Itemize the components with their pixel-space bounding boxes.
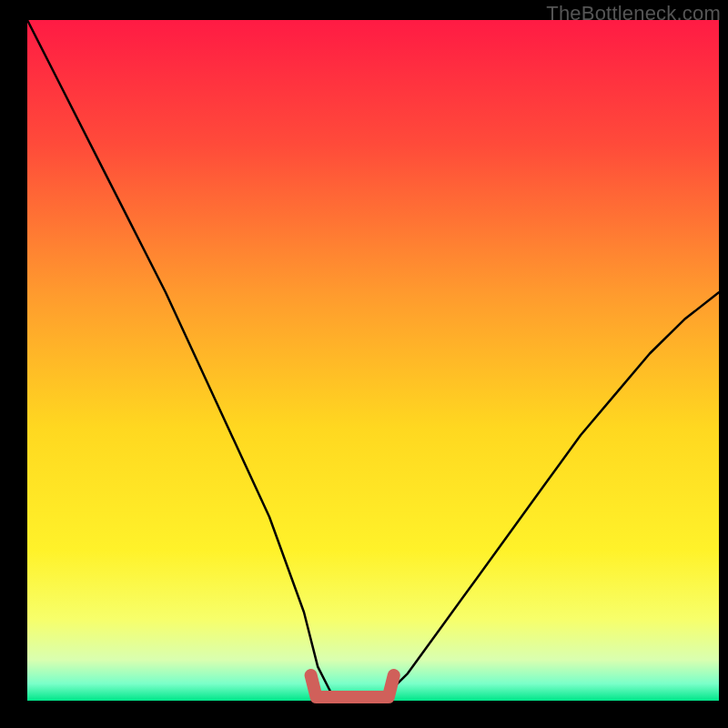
gradient-background xyxy=(27,20,719,701)
chart-svg xyxy=(0,0,728,728)
chart-frame xyxy=(0,0,728,728)
watermark-text: TheBottleneck.com xyxy=(546,2,721,25)
